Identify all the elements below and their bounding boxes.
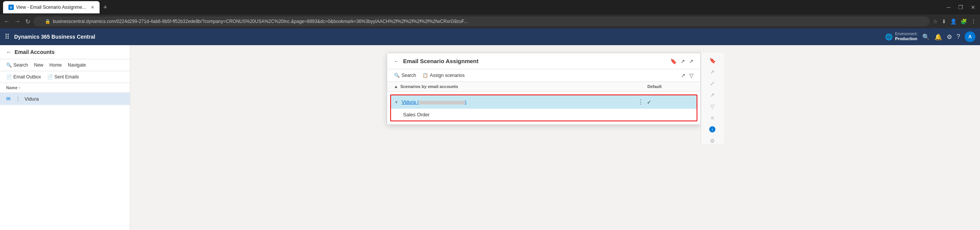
stub-share2-icon[interactable]: ↗: [710, 92, 715, 98]
sub-row-scenario-col: Sales Order: [403, 112, 647, 117]
stub-filter-icon[interactable]: ▽: [710, 103, 715, 109]
user-avatar[interactable]: A: [965, 31, 975, 42]
bell-icon[interactable]: 🔔: [934, 33, 942, 41]
env-text: Environment: Production: [895, 32, 918, 41]
modal-header: ← Email Scenario Assignment 🔖 ↗ ↗: [387, 53, 700, 69]
browser-toolbar-icons: ☆ ⬇ 👤 🧩 ⋮: [933, 18, 976, 24]
table-row-group: ∨ Vidura () ⋮ ✓ Sales Order: [390, 95, 697, 121]
search-nav-icon[interactable]: 🔍: [922, 33, 930, 41]
email-outbox-icon: 📄: [6, 74, 12, 80]
modal-share2-icon[interactable]: ↗: [681, 72, 686, 78]
left-new-btn[interactable]: New: [34, 62, 43, 68]
assign-scenarios-btn[interactable]: 📋 Assign scenarios: [422, 73, 465, 78]
left-home-label: Home: [49, 62, 62, 68]
account-name: Vidura: [25, 96, 124, 102]
profile-icon[interactable]: 👤: [950, 18, 957, 24]
modal-search-label: Search: [402, 73, 416, 78]
address-text: businesscentral.dynamics.com/0224d299-27…: [53, 19, 918, 24]
right-stub-panel: 🔖 ↗ ⤢ ↗ ▽ ≡ i ⚙: [701, 53, 724, 144]
address-bar[interactable]: 🔒 businesscentral.dynamics.com/0224d299-…: [33, 16, 930, 26]
refresh-btn[interactable]: ↻: [25, 18, 30, 25]
tab-favicon: D: [8, 5, 14, 10]
stub-settings-icon[interactable]: ⚙: [710, 138, 715, 144]
app-title: Dynamics 365 Business Central: [14, 34, 880, 40]
left-panel: ← Email Accounts 🔍 Search New Home Navig…: [0, 45, 130, 230]
address-bar-inner: 🔒 businesscentral.dynamics.com/0224d299-…: [45, 19, 918, 24]
modal-filter-icon[interactable]: ▽: [689, 72, 694, 78]
settings-icon[interactable]: ⚙: [947, 33, 952, 41]
left-navigate-label: Navigate: [68, 62, 86, 68]
environment-badge: 🌐 Environment: Production: [885, 32, 918, 41]
row-collapse-icon[interactable]: ∨: [395, 100, 398, 104]
bookmark-star-icon[interactable]: ☆: [933, 18, 938, 24]
stub-expand-icon[interactable]: ⤢: [710, 80, 715, 86]
browser-menu-icon[interactable]: ⋮: [971, 18, 976, 24]
download-icon[interactable]: ⬇: [942, 18, 946, 24]
expand-all-icon[interactable]: ▲: [394, 84, 398, 89]
active-tab[interactable]: D View - Email Scenario Assignme... ✕: [3, 1, 100, 13]
tab-close-btn[interactable]: ✕: [91, 5, 94, 10]
modal-share-icon[interactable]: ↗: [681, 58, 685, 64]
tab-title: View - Email Scenario Assignme...: [16, 5, 86, 10]
left-panel-title: Email Accounts: [15, 49, 55, 55]
sent-emails-link[interactable]: 📄 Sent Emails: [47, 74, 79, 80]
modal-bookmark-icon[interactable]: 🔖: [670, 58, 677, 64]
forward-nav-btn[interactable]: →: [15, 18, 21, 25]
left-search-btn[interactable]: 🔍 Search: [6, 62, 28, 68]
row-default-check: ✓: [647, 99, 693, 105]
extensions-icon[interactable]: 🧩: [960, 18, 967, 24]
stub-share-icon[interactable]: ↗: [710, 69, 715, 75]
app-nav-right: 🌐 Environment: Production 🔍 🔔 ⚙ ? A: [885, 31, 975, 42]
assign-scenarios-icon: 📋: [422, 73, 428, 78]
row-account-name[interactable]: Vidura (): [402, 99, 638, 105]
left-navigate-btn[interactable]: Navigate: [68, 62, 86, 68]
scenario-col-header: ▲ Scenarios by email accounts: [394, 84, 648, 89]
browser-nav-controls: ← → ↻: [4, 18, 30, 25]
modal-expand-icon[interactable]: ↗: [689, 58, 694, 64]
stub-info-icon[interactable]: i: [709, 126, 715, 132]
right-area: ← Email Scenario Assignment 🔖 ↗ ↗ 🔍 Sear…: [130, 45, 980, 230]
left-panel-back-btn[interactable]: ←: [6, 49, 11, 55]
left-search-label: Search: [13, 62, 28, 68]
scenario-col-label: Scenarios by email accounts: [400, 84, 458, 89]
email-outbox-link[interactable]: 📄 Email Outbox: [6, 74, 41, 80]
row-context-icon[interactable]: ⋮: [15, 96, 21, 102]
list-header: Name ↑: [0, 83, 130, 93]
modal-toolbar-right: ↗ ▽: [681, 72, 694, 78]
left-search-icon: 🔍: [6, 62, 12, 68]
modal-toolbar: 🔍 Search 📋 Assign scenarios ↗ ▽: [387, 69, 700, 82]
window-controls: ─ ❐ ✕: [945, 4, 977, 10]
browser-chrome: D View - Email Scenario Assignme... ✕ + …: [0, 0, 980, 15]
back-nav-btn[interactable]: ←: [4, 18, 10, 25]
default-col-header: Default: [648, 84, 694, 89]
waffle-menu-icon[interactable]: ⠿: [5, 33, 10, 41]
table-sub-row[interactable]: Sales Order: [391, 109, 697, 121]
default-col-label: Default: [648, 84, 662, 89]
row-context-menu-icon[interactable]: ⋮: [638, 98, 644, 106]
stub-list-icon[interactable]: ≡: [711, 115, 714, 121]
left-home-btn[interactable]: Home: [49, 62, 62, 68]
lock-icon: 🔒: [45, 19, 51, 24]
email-icon: ✉: [6, 96, 11, 102]
assign-scenarios-label: Assign scenarios: [430, 73, 465, 78]
list-name-header: Name ↑: [6, 85, 21, 90]
list-item[interactable]: ✉ ⋮ Vidura: [0, 93, 130, 105]
restore-btn[interactable]: ❐: [957, 4, 965, 10]
sent-emails-label: Sent Emails: [54, 74, 79, 80]
modal-toolbar-left: 🔍 Search 📋 Assign scenarios: [394, 73, 465, 78]
modal-title: Email Scenario Assignment: [403, 58, 479, 64]
help-icon[interactable]: ?: [957, 33, 960, 40]
modal-search-icon: 🔍: [394, 73, 400, 78]
sub-row-scenario-name: Sales Order: [403, 112, 647, 117]
minimize-btn[interactable]: ─: [945, 4, 952, 10]
modal-search-btn[interactable]: 🔍 Search: [394, 73, 416, 78]
table-header-row: ▲ Scenarios by email accounts Default: [387, 82, 700, 91]
left-panel-header: ← Email Accounts: [0, 45, 130, 59]
stub-bookmark-icon[interactable]: 🔖: [709, 57, 716, 64]
new-tab-btn[interactable]: +: [101, 3, 110, 11]
table-row[interactable]: ∨ Vidura () ⋮ ✓: [391, 95, 697, 109]
left-new-label: New: [34, 62, 43, 68]
modal-back-btn[interactable]: ←: [394, 58, 399, 64]
globe-icon: 🌐: [885, 33, 893, 41]
close-btn[interactable]: ✕: [969, 4, 977, 10]
